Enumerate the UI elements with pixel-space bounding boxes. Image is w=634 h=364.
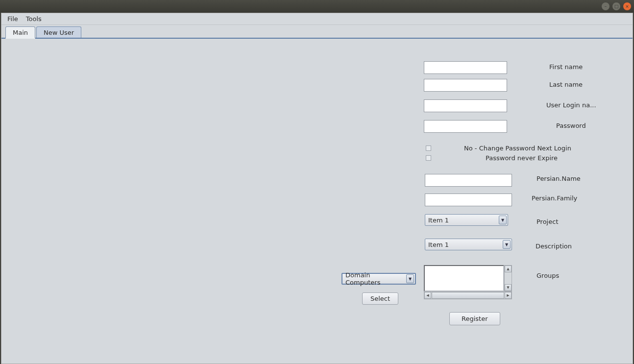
tab-new-user[interactable]: New User (36, 26, 81, 38)
persian-name-label: Persian.Name (536, 175, 581, 182)
select-button[interactable]: Select (362, 292, 398, 305)
login-name-label: User Login na... (546, 101, 596, 109)
window-minimize-icon[interactable]: – (602, 2, 610, 10)
register-button[interactable]: Register (449, 312, 500, 325)
first-name-input[interactable] (424, 61, 507, 74)
description-combo-text: Item 1 (428, 241, 449, 248)
persian-family-input[interactable] (425, 194, 512, 206)
last-name-input[interactable] (424, 79, 507, 92)
scroll-down-icon[interactable]: ▼ (505, 284, 512, 291)
scroll-thumb[interactable] (432, 292, 504, 299)
password-label: Password (556, 122, 586, 129)
scroll-right-icon[interactable]: ▶ (505, 292, 512, 299)
password-never-expire-label: Password never Expire (486, 154, 558, 162)
persian-name-input[interactable] (425, 174, 512, 187)
app-window: File Tools Main New User First name Last… (1, 13, 633, 364)
groups-listbox-wrap: ▲ ▼ ◀ ▶ (424, 265, 512, 299)
project-label: Project (536, 218, 558, 225)
domain-combo-text: Domain Computers (345, 271, 406, 286)
window-close-icon[interactable]: × (623, 2, 631, 10)
project-combo-text: Item 1 (428, 217, 449, 224)
last-name-label: Last name (549, 81, 583, 88)
scroll-left-icon[interactable]: ◀ (424, 292, 431, 299)
scroll-up-icon[interactable]: ▲ (505, 266, 512, 272)
content-area: First name Last name User Login na... Pa… (1, 39, 633, 364)
project-combo-chevron-icon: ▼ (499, 216, 507, 224)
login-name-input[interactable] (424, 99, 507, 112)
description-combo-chevron-icon: ▼ (503, 240, 511, 249)
window-maximize-icon[interactable]: □ (612, 2, 620, 10)
description-label: Description (536, 243, 572, 250)
groups-label: Groups (536, 272, 559, 279)
password-input[interactable] (424, 120, 507, 133)
tabbar: Main New User (1, 25, 633, 39)
description-combo[interactable]: Item 1 ▼ (425, 239, 512, 250)
menubar: File Tools (1, 13, 633, 25)
no-change-password-checkbox[interactable] (426, 146, 431, 151)
tab-main[interactable]: Main (5, 26, 35, 39)
window-titlebar: – □ × (0, 0, 634, 13)
first-name-label: First name (549, 63, 583, 71)
persian-family-label: Persian.Family (532, 194, 577, 202)
menu-tools[interactable]: Tools (23, 14, 45, 24)
groups-scroll-horizontal[interactable]: ◀ ▶ (424, 291, 512, 299)
groups-scroll-vertical[interactable]: ▲ ▼ (504, 265, 512, 291)
no-change-password-label: No - Change Password Next Login (464, 145, 571, 152)
groups-listbox[interactable] (424, 265, 504, 291)
domain-combo-chevron-icon: ▼ (406, 274, 414, 283)
password-never-expire-checkbox[interactable] (426, 155, 431, 161)
project-combo[interactable]: Item 1 ▼ (425, 214, 508, 226)
menu-file[interactable]: File (4, 14, 21, 24)
domain-combo[interactable]: Domain Computers ▼ (341, 273, 416, 285)
